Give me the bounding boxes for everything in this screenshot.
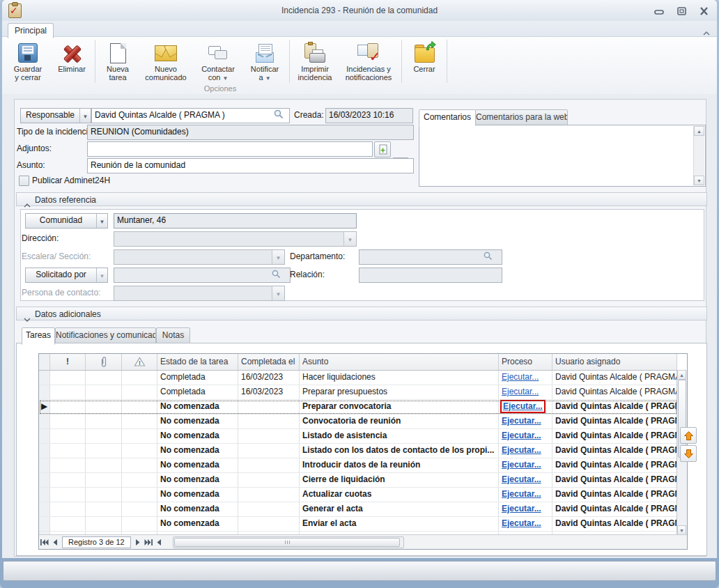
search-icon[interactable] — [484, 251, 715, 263]
chevron-down-icon[interactable] — [24, 312, 31, 325]
task-row[interactable]: No comenzada Generar el acta Ejecutar...… — [39, 502, 677, 517]
ejecutar-link[interactable]: Ejecutar... — [502, 445, 541, 455]
attachment-cell — [86, 429, 122, 443]
new-task-button[interactable]: Nuevatarea — [98, 38, 138, 84]
task-row[interactable]: ▶ No comenzada Preparar convocatoria Eje… — [39, 400, 677, 415]
last-record-icon[interactable] — [144, 536, 154, 548]
chevron-down-icon[interactable]: ▼ — [272, 286, 284, 300]
move-task-up-button[interactable] — [680, 427, 697, 444]
scroll-down-icon[interactable]: ▼ — [694, 176, 704, 185]
contact-with-button[interactable]: Contactarcon ▼ — [194, 38, 242, 84]
estado-column-header[interactable]: Estado de la tarea — [157, 354, 238, 370]
comunidad-selector[interactable]: Comunidad▼ — [25, 213, 108, 229]
task-row[interactable]: No comenzada Cierre de liquidación Ejecu… — [39, 473, 677, 488]
print-incident-button[interactable]: Imprimirincidencia — [292, 38, 338, 84]
close-incident-button[interactable]: Cerrar — [404, 38, 444, 84]
save-close-button[interactable]: Guardary cerrar — [5, 38, 51, 84]
scroll-up-icon[interactable]: ▲ — [694, 126, 704, 136]
adjuntos-field[interactable] — [87, 141, 373, 157]
incidents-notifications-button[interactable]: ✓ Incidencias ynotificaciones — [338, 38, 399, 84]
envelope-check-icon: ✓ — [357, 41, 380, 65]
completada-column-header[interactable]: Completada el — [238, 354, 300, 370]
alert-column-header[interactable]: ! — [122, 354, 157, 370]
add-attachment-button[interactable]: + — [374, 141, 391, 157]
comments-scrollbar[interactable]: ▲ ▼ — [693, 126, 704, 185]
tab-comentarios[interactable]: Comentarios — [419, 109, 476, 126]
asunto-field[interactable]: Reunión de la comunidad — [87, 158, 414, 173]
grid-horizontal-scrollbar[interactable] — [173, 536, 404, 548]
chevron-down-icon[interactable]: ▼ — [96, 268, 107, 282]
comunidad-field[interactable]: Muntaner, 46 — [114, 213, 357, 229]
restore-button[interactable] — [674, 6, 689, 16]
record-navigator: Registro 3 de 12 — [39, 534, 687, 549]
datos-adicionales-header[interactable]: Datos adicionales — [16, 307, 707, 320]
task-row[interactable]: Completada 16/03/2023 Hacer liquidacione… — [39, 371, 677, 385]
first-record-icon[interactable] — [39, 536, 49, 548]
next-record-icon[interactable] — [133, 536, 144, 548]
solicitado-por-selector[interactable]: Solicitado por▼ — [25, 268, 108, 283]
ejecutar-link[interactable]: Ejecutar... — [502, 431, 541, 440]
minimize-button[interactable] — [651, 6, 667, 16]
priority-cell — [50, 444, 86, 458]
chevron-down-icon[interactable]: ▼ — [272, 250, 284, 264]
tab-tareas[interactable]: Tareas — [22, 327, 55, 345]
relacion-field[interactable] — [359, 268, 502, 283]
ejecutar-link[interactable]: Ejecutar... — [502, 387, 539, 396]
row-indicator-header — [39, 354, 50, 370]
chevron-down-icon[interactable]: ▼ — [343, 232, 356, 246]
ribbon-collapse-icon[interactable] — [702, 26, 711, 39]
ejecutar-link[interactable]: Ejecutar... — [502, 504, 541, 513]
priority-column-header[interactable]: ! — [50, 354, 86, 370]
priority-cell — [50, 400, 86, 414]
comments-textarea[interactable]: ▲ ▼ — [419, 125, 706, 187]
estado-cell: No comenzada — [157, 415, 238, 428]
scroll-down-icon[interactable]: ▼ — [677, 525, 686, 535]
prev-record-icon[interactable] — [49, 536, 60, 548]
escalera-dropdown[interactable]: ▼ — [114, 249, 285, 265]
task-row[interactable]: No comenzada Actualizar cuotas Ejecutar.… — [39, 488, 677, 502]
completada-cell — [238, 415, 300, 428]
ejecutar-link[interactable]: Ejecutar... — [502, 460, 541, 470]
departamento-field[interactable] — [359, 249, 502, 265]
responsable-selector[interactable]: Responsable▼ — [20, 108, 91, 123]
persona-contacto-dropdown[interactable]: ▼ — [114, 286, 285, 301]
chevron-down-icon[interactable]: ▼ — [79, 109, 91, 123]
asunto-column-header[interactable]: Asunto — [300, 354, 499, 370]
scrollbar-thumb[interactable] — [174, 538, 400, 547]
task-row[interactable]: Completada 16/03/2023 Preparar presupues… — [39, 385, 677, 400]
tab-principal[interactable]: Principal — [8, 23, 54, 38]
solicitado-field[interactable] — [114, 268, 291, 283]
scroll-left-icon[interactable] — [154, 536, 164, 548]
ejecutar-link[interactable]: Ejecutar... — [502, 372, 539, 382]
direccion-dropdown[interactable]: ▼ — [114, 231, 357, 247]
move-task-down-button[interactable] — [680, 445, 697, 462]
datos-referencia-header[interactable]: Datos referencia — [16, 192, 707, 206]
estado-cell: No comenzada — [157, 429, 238, 443]
notify-to-button[interactable]: Notificara ▼ — [242, 38, 287, 84]
alert-cell — [122, 415, 157, 428]
tab-comentarios-web[interactable]: Comentarios para la web — [475, 109, 568, 126]
task-row[interactable]: No comenzada Introducir datos de la reun… — [39, 458, 677, 473]
ejecutar-link[interactable]: Ejecutar... — [502, 489, 541, 499]
responsable-field[interactable]: David Quintas Alcalde ( PRAGMA ) — [91, 108, 290, 123]
task-row[interactable]: No comenzada Convocatoria de reunión Eje… — [39, 415, 677, 429]
priority-cell — [50, 415, 86, 428]
task-row[interactable]: No comenzada Listado con los datos de co… — [39, 444, 677, 458]
attachment-cell — [86, 415, 122, 428]
chevron-down-icon[interactable]: ▼ — [96, 214, 107, 228]
ejecutar-link[interactable]: Ejecutar... — [502, 416, 541, 426]
proceso-column-header[interactable]: Proceso — [499, 354, 552, 370]
attachment-column-header[interactable] — [86, 354, 122, 370]
close-button[interactable] — [696, 6, 711, 16]
task-row[interactable]: No comenzada Listado de asistencia Ejecu… — [39, 429, 677, 444]
title-bar: ✓ Incidencia 293 - Reunión de la comunid… — [2, 0, 717, 22]
scroll-up-icon[interactable]: ▲ — [677, 370, 686, 380]
usuario-column-header[interactable]: Usuario asignado — [552, 354, 677, 370]
new-communication-button[interactable]: Nuevocomunicado — [138, 38, 194, 84]
ejecutar-link[interactable]: Ejecutar... — [500, 400, 546, 413]
publicar-checkbox[interactable] — [19, 176, 29, 186]
ejecutar-link[interactable]: Ejecutar... — [502, 474, 541, 484]
delete-button[interactable]: Eliminar — [51, 38, 93, 84]
task-row[interactable]: No comenzada Enviar el acta Ejecutar... … — [39, 517, 677, 532]
ejecutar-link[interactable]: Ejecutar... — [502, 518, 541, 528]
